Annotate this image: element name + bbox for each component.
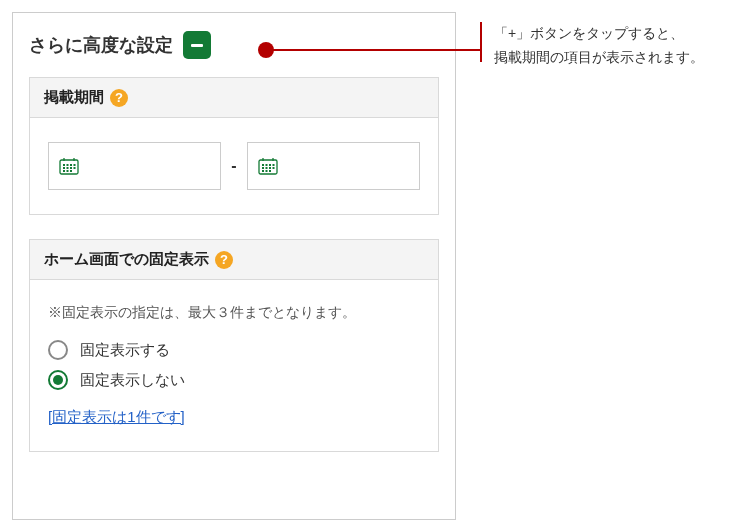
radio-icon [48,340,68,360]
pinned-display-section: ホーム画面での固定表示 ? ※固定表示の指定は、最大３件までとなります。 固定表… [29,239,439,452]
panel-title-row: さらに高度な設定 [29,31,439,59]
section-header-period: 掲載期間 ? [30,78,438,118]
date-separator: - [231,157,236,175]
svg-rect-9 [70,167,72,169]
annotation-line [480,22,482,62]
radio-option-pin-off[interactable]: 固定表示しない [48,370,420,390]
svg-rect-5 [70,164,72,166]
publication-period-section: 掲載期間 ? - [29,77,439,215]
svg-rect-12 [67,170,69,172]
annotation-line1: 「+」ボタンをタップすると、 [494,22,704,46]
radio-label: 固定表示しない [80,371,185,390]
pinned-note: ※固定表示の指定は、最大３件までとなります。 [48,304,420,322]
date-range-row: - [48,142,420,190]
annotation-text: 「+」ボタンをタップすると、 掲載期間の項目が表示されます。 [494,22,704,70]
minus-icon [191,44,203,47]
svg-rect-25 [262,170,264,172]
section-body-pinned: ※固定表示の指定は、最大３件までとなります。 固定表示する 固定表示しない [固… [30,280,438,451]
calendar-icon [59,157,79,175]
svg-rect-8 [67,167,69,169]
svg-rect-3 [63,164,65,166]
svg-rect-20 [272,164,274,166]
radio-label: 固定表示する [80,341,170,360]
svg-rect-11 [63,170,65,172]
svg-rect-13 [70,170,72,172]
svg-rect-10 [74,167,76,169]
svg-rect-27 [269,170,271,172]
svg-rect-19 [269,164,271,166]
date-end-input[interactable] [247,142,420,190]
radio-icon [48,370,68,390]
section-header-pinned: ホーム画面での固定表示 ? [30,240,438,280]
svg-rect-6 [74,164,76,166]
annotation-line [266,49,480,51]
date-start-input[interactable] [48,142,221,190]
section-title-period: 掲載期間 [44,88,104,107]
svg-rect-24 [272,167,274,169]
svg-rect-18 [265,164,267,166]
svg-rect-17 [262,164,264,166]
help-icon[interactable]: ? [110,89,128,107]
calendar-icon [258,157,278,175]
svg-rect-21 [262,167,264,169]
svg-rect-7 [63,167,65,169]
section-body-period: - [30,118,438,214]
section-title-pinned: ホーム画面での固定表示 [44,250,209,269]
panel-title: さらに高度な設定 [29,33,173,57]
pinned-radio-group: 固定表示する 固定表示しない [48,340,420,390]
annotation-line2: 掲載期間の項目が表示されます。 [494,46,704,70]
pinned-count-link[interactable]: [固定表示は1件です] [48,408,185,425]
radio-option-pin-on[interactable]: 固定表示する [48,340,420,360]
svg-rect-26 [265,170,267,172]
collapse-toggle-button[interactable] [183,31,211,59]
svg-rect-23 [269,167,271,169]
svg-rect-22 [265,167,267,169]
svg-rect-4 [67,164,69,166]
advanced-settings-panel: さらに高度な設定 掲載期間 ? [12,12,456,520]
help-icon[interactable]: ? [215,251,233,269]
